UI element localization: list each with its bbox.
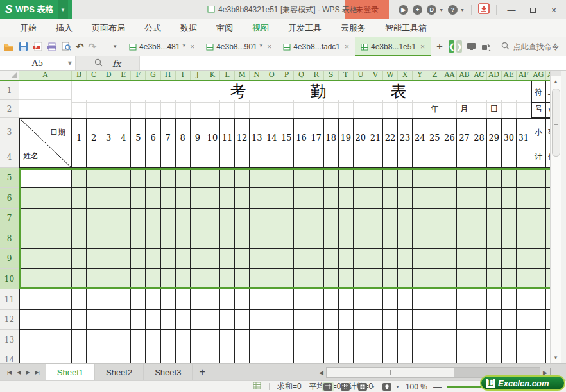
- grid-cell[interactable]: [368, 310, 383, 330]
- grid-cell[interactable]: [161, 350, 176, 363]
- search-input[interactable]: [513, 42, 566, 51]
- chevron-down-icon[interactable]: ▼: [58, 0, 68, 19]
- grid-cell[interactable]: [191, 269, 205, 289]
- active-cell-A5[interactable]: [19, 168, 72, 188]
- grid-cell[interactable]: [101, 228, 116, 249]
- grid-cell[interactable]: [472, 100, 487, 118]
- grid-cell[interactable]: [398, 209, 413, 228]
- grid-cell[interactable]: [531, 269, 546, 289]
- grid-cell[interactable]: [413, 168, 427, 188]
- grid-cell[interactable]: [19, 188, 72, 209]
- grid-cell[interactable]: [531, 209, 546, 228]
- grid-cell[interactable]: [279, 350, 294, 363]
- grid-cell[interactable]: [368, 209, 383, 228]
- chevron-down-icon[interactable]: ▼: [371, 384, 375, 389]
- grid-cell[interactable]: [368, 350, 383, 363]
- grid-cell[interactable]: [116, 188, 131, 209]
- undo-icon[interactable]: ↶: [76, 42, 84, 51]
- day-header-cell[interactable]: 21: [368, 118, 383, 168]
- grid-cell[interactable]: [383, 168, 398, 188]
- grid-cell[interactable]: [531, 249, 546, 269]
- grid-cell[interactable]: [205, 209, 220, 228]
- grid-cell[interactable]: [354, 269, 368, 289]
- column-header[interactable]: B: [72, 71, 87, 80]
- grid-cell[interactable]: [101, 168, 116, 188]
- grid-cell[interactable]: [457, 350, 472, 363]
- grid-cell[interactable]: [339, 269, 354, 289]
- page-layout-icon[interactable]: [357, 382, 368, 391]
- grid-cell[interactable]: [354, 330, 368, 350]
- grid-cell[interactable]: [442, 310, 457, 330]
- day-header-cell[interactable]: 3: [101, 118, 116, 168]
- grid-cell[interactable]: [116, 350, 131, 363]
- grid-cell[interactable]: [502, 269, 517, 289]
- grid-cell[interactable]: [398, 310, 413, 330]
- grid-cell[interactable]: [176, 350, 191, 363]
- grid-cell[interactable]: [324, 289, 339, 310]
- column-header[interactable]: D: [101, 71, 116, 80]
- day-header-cell[interactable]: 22: [383, 118, 398, 168]
- grid-cell[interactable]: [87, 310, 101, 330]
- column-header[interactable]: AF: [517, 71, 531, 80]
- grid-cell[interactable]: [324, 330, 339, 350]
- grid-cell[interactable]: [264, 289, 279, 310]
- grid-cell[interactable]: [131, 100, 146, 118]
- day-header-cell[interactable]: 25: [427, 118, 442, 168]
- grid-cell[interactable]: [131, 289, 146, 310]
- grid-cell[interactable]: [427, 188, 442, 209]
- grid-cell[interactable]: [72, 168, 87, 188]
- grid-cell[interactable]: [161, 310, 176, 330]
- grid-cell[interactable]: [442, 228, 457, 249]
- grid-cell[interactable]: [205, 330, 220, 350]
- column-header[interactable]: N: [250, 71, 264, 80]
- grid-cell[interactable]: [309, 100, 324, 118]
- grid-cell[interactable]: [517, 209, 531, 228]
- grid-cell[interactable]: [176, 100, 191, 118]
- grid-cell[interactable]: [19, 228, 72, 249]
- grid-cell[interactable]: [339, 310, 354, 330]
- grid-cell[interactable]: [531, 168, 546, 188]
- day-header-cell[interactable]: 12: [235, 118, 250, 168]
- document-tab[interactable]: 4e3b8...481*×: [123, 37, 200, 56]
- grid-cell[interactable]: [250, 330, 264, 350]
- grid-cell[interactable]: [116, 330, 131, 350]
- grid-cell[interactable]: [131, 188, 146, 209]
- grid-cell[interactable]: [294, 100, 309, 118]
- grid-cell[interactable]: [324, 168, 339, 188]
- column-header[interactable]: AD: [487, 71, 502, 80]
- grid-cell[interactable]: [398, 188, 413, 209]
- grid-cell[interactable]: [72, 310, 87, 330]
- grid-cell[interactable]: [487, 350, 502, 363]
- grid-cell[interactable]: [531, 188, 546, 209]
- scroll-left-icon[interactable]: ◀: [319, 370, 323, 376]
- grid-cell[interactable]: [161, 228, 176, 249]
- grid-cell[interactable]: [250, 350, 264, 363]
- grid-cell[interactable]: [72, 350, 87, 363]
- grid-cell[interactable]: [368, 269, 383, 289]
- import-export-icon[interactable]: [481, 42, 491, 51]
- grid-cell[interactable]: [427, 289, 442, 310]
- grid-cell[interactable]: [87, 100, 101, 118]
- grid-cell[interactable]: [339, 188, 354, 209]
- grid-cell[interactable]: [72, 228, 87, 249]
- grid-cell[interactable]: [398, 330, 413, 350]
- grid-cell[interactable]: [191, 188, 205, 209]
- column-header[interactable]: W: [383, 71, 398, 80]
- grid-cell[interactable]: [413, 228, 427, 249]
- grid-cell[interactable]: [235, 330, 250, 350]
- grid-cell[interactable]: [354, 168, 368, 188]
- column-header[interactable]: U: [354, 71, 368, 80]
- grid-cell[interactable]: [383, 188, 398, 209]
- grid-cell[interactable]: [264, 269, 279, 289]
- column-header[interactable]: AC: [472, 71, 487, 80]
- open-folder-icon[interactable]: [4, 42, 14, 51]
- grid-cell[interactable]: [472, 330, 487, 350]
- grid-cell[interactable]: [264, 249, 279, 269]
- grid-cell[interactable]: [502, 228, 517, 249]
- grid-cell[interactable]: [309, 249, 324, 269]
- grid-cell[interactable]: [457, 310, 472, 330]
- grid-cell[interactable]: [176, 310, 191, 330]
- column-header[interactable]: R: [309, 71, 324, 80]
- last-sheet-icon[interactable]: ▶|: [35, 370, 39, 375]
- column-header[interactable]: F: [131, 71, 146, 80]
